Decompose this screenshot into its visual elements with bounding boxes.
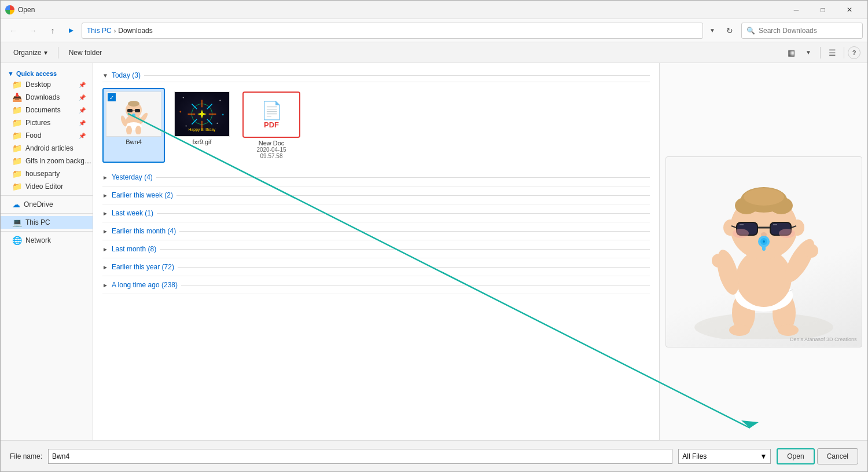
up-button[interactable]: ↑ [45,23,61,39]
action-buttons: Open Cancel [777,448,858,464]
pin-icon-desktop: 📌 [79,82,86,88]
organize-button[interactable]: Organize ▾ [8,45,53,60]
earlier-this-month-label: Earlier this month (4) [112,227,176,235]
maximize-button[interactable]: □ [810,1,836,19]
pdf-text: PDF [264,120,279,129]
earlier-this-week-section[interactable]: ► Earlier this week (2) [102,186,650,204]
open-button[interactable]: Open [777,448,814,464]
cancel-button[interactable]: Cancel [817,448,858,464]
earlier-this-year-section-line [178,267,650,268]
breadcrumb-current: Downloads [118,27,152,35]
svg-point-8 [132,114,135,117]
bwn4-label: Bwn4 [126,138,142,145]
refresh-button[interactable]: ↻ [722,23,738,39]
svg-point-41 [804,244,818,258]
title-bar-controls: ─ □ ✕ [783,1,863,19]
thispc-icon: 💻 [12,218,22,227]
sidebar-item-gifs-zoom[interactable]: 📁 Gifs in zoom backg… [1,155,93,167]
svg-point-64 [733,229,749,238]
quick-access-header[interactable]: ▼ Quick access [1,68,93,78]
earlier-this-month-section[interactable]: ► Earlier this month (4) [102,222,650,240]
preview-panel: Denis Atanasof 3D Creations [659,63,867,440]
sidebar-item-downloads[interactable]: 📥 Downloads 📌 [1,91,93,104]
today-section-header[interactable]: ▼ Today (3) [102,68,650,82]
sidebar-item-onedrive[interactable]: ☁ OneDrive [1,198,93,211]
last-week-section-line [157,213,650,214]
long-time-ago-section[interactable]: ► A long time ago (238) [102,276,650,294]
sidebar-item-network[interactable]: 🌐 Network [1,234,93,247]
address-dropdown-button[interactable]: ▼ [707,23,718,39]
yesterday-section[interactable]: ► Yesterday (4) [102,169,650,186]
close-button[interactable]: ✕ [836,1,863,19]
new-doc-sublabel2: 09.57.58 [260,153,283,159]
file-item-fxr9[interactable]: Happy Birthday fxr9.gif [171,88,233,163]
view-dropdown-button[interactable]: ▼ [800,45,816,60]
sidebar-item-android-articles[interactable]: 📁 Android articles [1,142,93,155]
earlier-this-year-section[interactable]: ► Earlier this year (72) [102,258,650,276]
svg-point-34 [729,324,750,336]
sidebar-item-food[interactable]: 📁 Food 📌 [1,129,93,142]
preview-baby-svg [677,165,851,339]
sidebar-divider-1 [1,195,93,196]
title-bar: Open ─ □ ✕ [1,1,867,19]
svg-point-29 [179,111,181,113]
filetype-dropdown[interactable]: All Files ▼ [678,449,771,464]
last-week-section[interactable]: ► Last week (1) [102,204,650,222]
sidebar: ▼ Quick access 📁 Desktop 📌 📥 Downloads 📌… [1,63,93,440]
onedrive-icon: ☁ [12,200,20,209]
yesterday-label: Yesterday (4) [112,173,153,181]
long-time-ago-section-line [181,285,650,286]
earlier-this-week-chevron-icon: ► [102,192,108,199]
sidebar-item-desktop[interactable]: 📁 Desktop 📌 [1,78,93,91]
svg-point-31 [694,313,833,339]
pin-icon-food: 📌 [79,133,86,139]
file-item-new-doc[interactable]: 📄 PDF New Doc 2020-04-15 09.57.58 [239,88,304,163]
app-icon [5,5,14,14]
earlier-this-month-chevron-icon: ► [102,228,108,235]
minimize-button[interactable]: ─ [783,1,810,19]
long-time-ago-label: A long time ago (238) [112,281,178,289]
food-folder-icon: 📁 [12,131,22,140]
view-large-icons-button[interactable]: ▦ [783,45,799,60]
file-item-bwn4[interactable]: ✓ [102,88,165,163]
quick-access-chevron: ▼ [8,70,14,77]
today-chevron-icon: ▼ [102,72,108,79]
bwn4-checkbox[interactable]: ✓ [108,93,116,101]
svg-rect-6 [135,109,140,112]
svg-point-26 [219,100,220,101]
bottom-bar: File name: All Files ▼ Open Cancel [1,440,867,471]
sidebar-item-thispc[interactable]: 💻 This PC [1,216,93,229]
view-details-button[interactable]: ☰ [824,45,840,60]
svg-marker-0 [69,28,73,33]
last-month-section[interactable]: ► Last month (8) [102,240,650,258]
sidebar-item-video-editor[interactable]: 📁 Video Editor [1,180,93,193]
new-folder-button[interactable]: New folder [63,45,108,60]
search-icon: 🔍 [746,27,755,35]
last-month-section-line [160,249,650,250]
sidebar-item-pictures[interactable]: 📁 Pictures 📌 [1,116,93,129]
breadcrumb-thispc[interactable]: This PC [87,27,112,35]
help-button[interactable]: ? [848,46,860,59]
android-articles-icon: 📁 [12,144,22,153]
svg-point-35 [778,324,799,336]
earlier-this-month-section-line [179,231,650,232]
breadcrumb-bar[interactable]: This PC › Downloads [82,23,703,39]
network-icon: 🌐 [12,236,22,245]
file-area: ▼ Today (3) ✓ [93,63,659,440]
nav-arrow-icon [64,24,78,38]
toolbar-sep3 [844,47,844,58]
filename-input[interactable] [48,449,672,464]
new-doc-label: New Doc [259,140,285,147]
search-input[interactable] [759,27,858,35]
main-area: ▼ Quick access 📁 Desktop 📌 📥 Downloads 📌… [1,63,867,440]
forward-button[interactable]: → [25,23,41,39]
back-button[interactable]: ← [5,23,21,39]
pin-icon-pictures: 📌 [79,120,86,126]
today-label: Today (3) [112,71,141,79]
earlier-this-week-label: Earlier this week (2) [112,191,173,199]
filetype-dropdown-arrow-icon: ▼ [760,452,767,460]
svg-point-62 [763,240,765,243]
sidebar-item-houseparty[interactable]: 📁 houseparty [1,167,93,180]
sidebar-item-documents[interactable]: 📁 Documents 📌 [1,104,93,116]
fxr9-thumbnail: Happy Birthday [174,92,230,137]
